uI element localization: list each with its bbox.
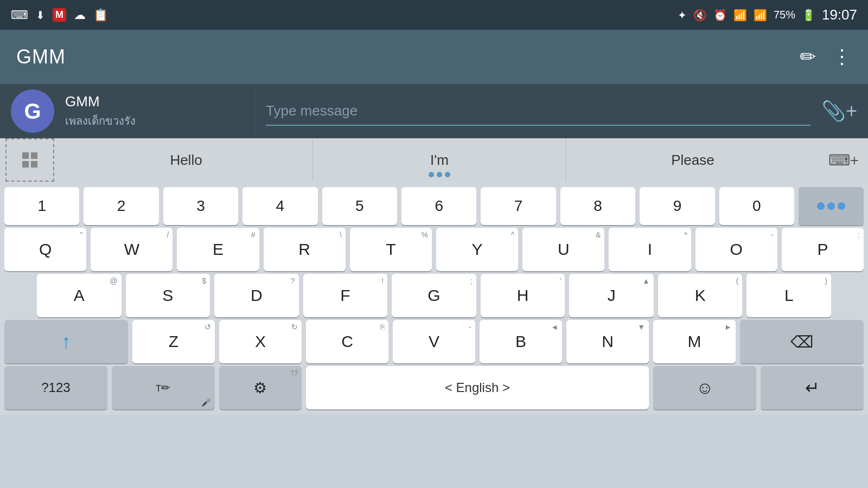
avatar: G [11, 89, 54, 133]
key-shift[interactable]: ↑ [4, 320, 128, 363]
key-e[interactable]: #E [177, 228, 259, 271]
attach-icon[interactable]: 📎+ [821, 100, 857, 123]
key-o[interactable]: -O [695, 228, 777, 271]
key-7[interactable]: 7 [481, 187, 556, 225]
suggestion-keyboard-icon[interactable]: ⌨+ [819, 138, 868, 182]
status-bar: ⌨ ⬇ M ☁ 📋 ✦ 🔇 ⏰ 📶 📶 75% 🔋 19:07 [0, 0, 868, 30]
row-asdf: @A $S ?D !F ;G 'H ▲J (K )L [4, 274, 864, 317]
key-enter[interactable]: ↵ [761, 366, 864, 409]
mute-icon: 🔇 [693, 9, 707, 22]
status-time: 19:07 [822, 7, 857, 23]
suggestions-bar: Hello I'm Please ⌨+ [0, 138, 868, 182]
key-l[interactable]: )L [746, 274, 831, 317]
dot-3 [445, 172, 450, 177]
app-title: GMM [16, 46, 66, 68]
key-t[interactable]: %T [350, 228, 432, 271]
key-b[interactable]: ◄B [480, 320, 562, 363]
edit-icon[interactable]: ✏ [800, 46, 816, 68]
suggestion-im[interactable]: I'm [313, 138, 566, 182]
bluetooth-icon: ✦ [678, 9, 687, 22]
contact-subtitle: เพลงเด็กขวงรัง [65, 112, 136, 130]
keyboard: 1 2 3 4 5 6 7 8 9 0 "Q /W #E \R %T ^Y &U… [0, 182, 868, 415]
key-5[interactable]: 5 [322, 187, 397, 225]
grid-icon [22, 152, 37, 168]
suggestion-items: Hello I'm Please [60, 138, 819, 182]
suggestion-dots [429, 172, 450, 177]
number-row: 1 2 3 4 5 6 7 8 9 0 [4, 187, 864, 225]
key-m[interactable]: ►M [653, 320, 736, 363]
row-qwerty: "Q /W #E \R %T ^Y &U *I -O :P [4, 228, 864, 271]
key-8[interactable]: 8 [560, 187, 635, 225]
alarm-icon: ⏰ [713, 9, 727, 22]
key-k[interactable]: (K [658, 274, 743, 317]
key-4[interactable]: 4 [242, 187, 317, 225]
bottom-row: ?123 T✏ 🎤 ⚙ '!? < English > ☺ ↵ [4, 366, 864, 409]
status-right-icons: ✦ 🔇 ⏰ 📶 📶 75% 🔋 19:07 [678, 7, 857, 23]
chat-header: G GMM เพลงเด็กขวงรัง 📎+ [0, 84, 868, 138]
key-r[interactable]: \R [264, 228, 346, 271]
keyboard-icon: ⌨ [11, 8, 28, 22]
key-q[interactable]: "Q [4, 228, 86, 271]
key-space[interactable]: < English > [306, 366, 649, 409]
wifi-icon: 📶 [733, 9, 747, 22]
suggestion-hello[interactable]: Hello [60, 138, 313, 182]
key-t-pen[interactable]: T✏ 🎤 [112, 366, 215, 409]
key-y[interactable]: ^Y [436, 228, 518, 271]
key-g[interactable]: ;G [392, 274, 476, 317]
key-v[interactable]: -V [393, 320, 475, 363]
row-zxcvbnm: ↑ ↺Z ↻X ⎘C -V ◄B ▼N ►M ⌫ [4, 320, 864, 363]
message-input[interactable] [266, 97, 810, 126]
key-p[interactable]: :P [782, 228, 864, 271]
message-input-section[interactable]: 📎+ [255, 84, 868, 138]
contact-name: GMM [65, 93, 136, 110]
key-d[interactable]: ?D [214, 274, 299, 317]
key-emoji[interactable]: ☺ [653, 366, 756, 409]
menu-icon[interactable]: ⋮ [832, 46, 852, 68]
battery-icon: 🔋 [802, 9, 815, 22]
contact-info: GMM เพลงเด็กขวงรัง [65, 93, 136, 130]
contact-section[interactable]: G GMM เพลงเด็กขวงรัง [0, 84, 255, 138]
key-f[interactable]: !F [303, 274, 388, 317]
key-n[interactable]: ▼N [566, 320, 649, 363]
download-icon: ⬇ [36, 9, 45, 22]
key-c[interactable]: ⎘C [306, 320, 388, 363]
key-9[interactable]: 9 [640, 187, 714, 225]
key-dots[interactable] [799, 187, 864, 225]
app-bar: GMM ✏ ⋮ [0, 30, 868, 84]
key-settings[interactable]: ⚙ '!? [219, 366, 302, 409]
key-i[interactable]: *I [609, 228, 691, 271]
suggestion-please[interactable]: Please [566, 138, 819, 182]
key-6[interactable]: 6 [401, 187, 476, 225]
suggestion-grid-button[interactable] [5, 138, 54, 182]
dot-2 [437, 172, 442, 177]
key-3[interactable]: 3 [163, 187, 238, 225]
key-w[interactable]: /W [91, 228, 173, 271]
status-left-icons: ⌨ ⬇ M ☁ 📋 [11, 8, 108, 22]
dot-1 [429, 172, 434, 177]
key-a[interactable]: @A [37, 274, 122, 317]
key-0[interactable]: 0 [719, 187, 794, 225]
key-z[interactable]: ↺Z [132, 320, 215, 363]
battery-text: 75% [774, 9, 795, 21]
key-u[interactable]: &U [522, 228, 604, 271]
key-backspace[interactable]: ⌫ [740, 320, 864, 363]
key-s[interactable]: $S [126, 274, 210, 317]
key-1[interactable]: 1 [4, 187, 79, 225]
signal-icon: 📶 [754, 9, 767, 22]
clipboard-icon: 📋 [93, 8, 108, 22]
key-2[interactable]: 2 [84, 187, 158, 225]
cloud-icon: ☁ [74, 8, 86, 22]
key-h[interactable]: 'H [481, 274, 565, 317]
key-num123[interactable]: ?123 [4, 366, 107, 409]
key-x[interactable]: ↻X [219, 320, 302, 363]
app-bar-actions: ✏ ⋮ [800, 46, 852, 68]
manga-icon: M [53, 8, 66, 22]
key-j[interactable]: ▲J [569, 274, 654, 317]
